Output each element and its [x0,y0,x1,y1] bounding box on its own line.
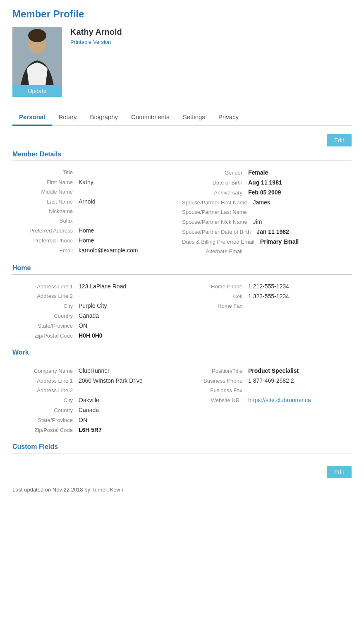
home-grid: Address Line 1 123 LaPlace Road Address … [12,281,352,340]
field-business-fax: Business Fax [182,386,352,395]
field-email: Email karnold@example.com [12,245,182,255]
field-work-addr2: Address Line 2 [12,386,182,395]
member-details-left: Title First Name Kathy Middle Name Last … [12,168,182,256]
field-suffix: Suffix [12,216,182,225]
member-details-title: Member Details [12,151,352,158]
field-alt-email: Alternate Email [182,247,352,256]
home-divider [12,274,352,275]
tab-commitments[interactable]: Commitments [125,109,176,126]
edit-button-bottom[interactable]: Edit [327,466,352,478]
field-dob: Date of Birth Aug 11 1981 [182,177,352,187]
work-left: Company Name ClubRunner Address Line 1 2… [12,366,182,435]
field-home-addr2: Address Line 2 [12,291,182,301]
profile-photo-wrap: Update [12,27,62,97]
tab-bar: Personal Rotary Biography Commitments Se… [12,109,352,126]
home-right: Home Phone 1 212-555-1234 Cell 1 323-555… [182,281,352,340]
home-section-title: Home [12,264,352,272]
page-title: Member Profile [12,8,352,20]
profile-header: Update Kathy Arnold Printable Version [12,27,352,97]
update-button[interactable]: Update [12,85,62,97]
member-details-divider [12,161,352,161]
field-home-city: City Purple City [12,301,182,311]
custom-fields-title: Custom Fields [12,443,352,451]
field-first-name: First Name Kathy [12,177,182,187]
home-left: Address Line 1 123 LaPlace Road Address … [12,281,182,340]
field-home-zip: Zip/Postal Code H0H 0H0 [12,331,182,340]
field-last-name: Last Name Arnold [12,197,182,206]
member-details-right: Gender Female Date of Birth Aug 11 1981 … [182,168,352,256]
website-link[interactable]: https://site.clubrunner.ca [248,397,311,403]
field-preferred-address: Preferred Address Home [12,225,182,235]
work-divider [12,359,352,359]
field-home-addr1: Address Line 1 123 LaPlace Road [12,281,182,291]
field-middle-name: Middle Name [12,187,182,197]
work-right: Position/Title Product Specialist Busine… [182,366,352,435]
field-home-state: State/Province ON [12,321,182,331]
field-spouse-dob: Spouse/Partner Date of Birth Jan 11 1982 [182,227,352,237]
profile-info: Kathy Arnold Printable Version [70,27,122,45]
field-position: Position/Title Product Specialist [182,366,352,376]
field-work-zip: Zip/Postal Code L6H 5R7 [12,425,182,435]
field-work-country: Country Canada [12,405,182,415]
svg-point-2 [28,29,46,42]
footer-text: Last updated on Nov 22 2018 by Turner, K… [12,487,352,493]
field-spouse-last: Spouse/Partner Last Name [182,207,352,217]
field-preferred-phone: Preferred Phone Home [12,235,182,245]
field-spouse-nick: Spouse/Partner Nick Name Jim [182,217,352,227]
member-details-grid: Title First Name Kathy Middle Name Last … [12,168,352,256]
field-billing-email: Dues & Billing Preferred Email Primary E… [182,237,352,247]
printable-version-link[interactable]: Printable Version [70,39,111,45]
field-gender: Gender Female [182,168,352,177]
field-cell: Cell 1 323-555-1234 [182,291,352,301]
tab-privacy[interactable]: Privacy [212,109,245,126]
field-home-country: Country Canada [12,311,182,321]
field-spouse-first: Spouse/Partner First Name James [182,197,352,207]
field-work-state: State/Province ON [12,415,182,425]
work-grid: Company Name ClubRunner Address Line 1 2… [12,366,352,435]
tab-settings[interactable]: Settings [176,109,212,126]
field-company: Company Name ClubRunner [12,366,182,376]
field-business-phone: Business Phone 1 877-469-2582 2 [182,376,352,386]
work-section-title: Work [12,349,352,356]
custom-fields-divider [12,453,352,453]
tab-personal[interactable]: Personal [12,109,52,126]
field-home-fax: Home Fax [182,301,352,311]
edit-button-wrap-top: Edit [12,134,352,146]
field-nickname: Nickname [12,206,182,216]
profile-photo [12,27,62,85]
tab-biography[interactable]: Biography [84,109,125,126]
edit-button-top[interactable]: Edit [327,134,352,146]
field-title: Title [12,168,182,177]
field-website: Website URL https://site.clubrunner.ca [182,395,352,405]
field-home-phone: Home Phone 1 212-555-1234 [182,281,352,291]
tab-rotary[interactable]: Rotary [52,109,83,126]
field-work-addr1: Address Line 1 2060 Winston Park Drive [12,376,182,386]
field-work-city: City Oakville [12,395,182,405]
field-anniversary: Anniversary Feb 05 2009 [182,187,352,197]
member-name: Kathy Arnold [70,27,122,37]
edit-button-wrap-bottom: Edit [12,466,352,478]
